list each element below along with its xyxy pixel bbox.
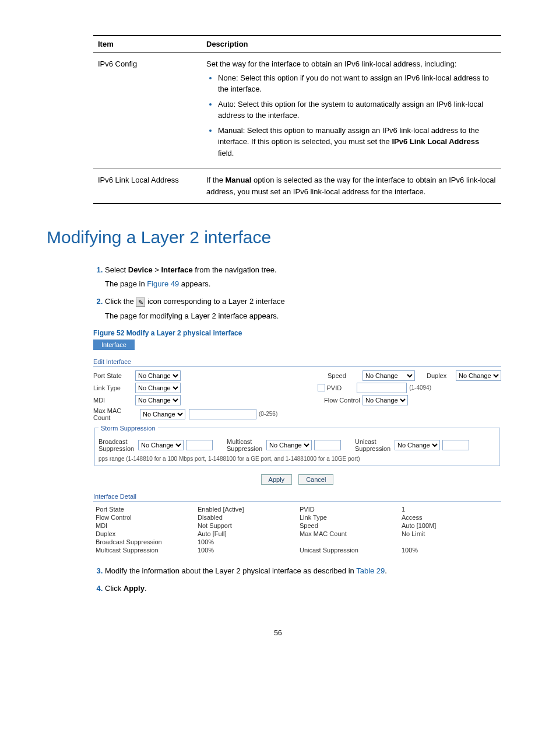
- desc-bullet: None: Select this option if you do not w…: [218, 72, 497, 95]
- cancel-button[interactable]: Cancel: [298, 474, 333, 485]
- broadcast-suppression-input[interactable]: [186, 440, 213, 450]
- edit-interface-title: Edit Interface: [93, 358, 501, 367]
- mdi-select[interactable]: No Change: [135, 395, 181, 405]
- max-mac-input[interactable]: [189, 409, 256, 419]
- figure-caption: Figure 52 Modify a Layer 2 physical inte…: [93, 329, 509, 337]
- duplex-select[interactable]: No Change: [456, 370, 501, 381]
- multicast-suppression-select[interactable]: No Change: [266, 440, 312, 450]
- label-pvid: PVID: [327, 384, 342, 391]
- embedded-ui-screenshot: Interface Edit Interface Port State No C…: [93, 340, 501, 554]
- interface-detail-title: Interface Detail: [93, 493, 501, 502]
- port-state-select[interactable]: No Change: [135, 370, 181, 381]
- link-table-29[interactable]: Table 29: [356, 566, 385, 575]
- step: Click Apply.: [105, 583, 509, 594]
- storm-suppression-group: Storm Suppression Broadcast Suppression …: [94, 425, 500, 466]
- edit-icon: ✎: [136, 298, 145, 307]
- label-max-mac: Max MAC Count: [93, 407, 140, 421]
- desc-bullet: Auto: Select this option for the system …: [218, 99, 497, 121]
- interface-detail-table: Port State Enabled [Active] PVID 1 Flow …: [93, 505, 501, 554]
- step: Select Device > Interface from the navig…: [105, 265, 509, 289]
- max-mac-hint: (0-256): [259, 411, 277, 417]
- config-description-table: Item Description IPv6 Config Set the way…: [93, 35, 501, 204]
- link-type-select[interactable]: No Change: [135, 383, 181, 393]
- table-row: IPv6 Config Set the way for the interfac…: [93, 52, 501, 169]
- label-link-type: Link Type: [93, 384, 135, 391]
- label-duplex: Duplex: [427, 372, 456, 379]
- col-description: Description: [202, 36, 501, 52]
- storm-legend: Storm Suppression: [98, 425, 158, 432]
- label-broadcast-suppression: Broadcast Suppression: [98, 438, 138, 452]
- page-number: 56: [47, 629, 509, 637]
- max-mac-select[interactable]: No Change: [140, 409, 185, 419]
- desc-cell: If the Manual option is selected as the …: [202, 169, 501, 204]
- link-figure-49[interactable]: Figure 49: [147, 279, 179, 288]
- pvid-input[interactable]: [357, 383, 407, 393]
- unicast-suppression-select[interactable]: No Change: [395, 440, 440, 450]
- broadcast-suppression-select[interactable]: No Change: [138, 440, 184, 450]
- pvid-hint: (1-4094): [409, 384, 431, 391]
- desc-cell: Set the way for the interface to obtain …: [202, 52, 501, 169]
- multicast-suppression-input[interactable]: [314, 440, 341, 450]
- label-mdi: MDI: [93, 397, 135, 404]
- speed-select[interactable]: No Change: [363, 370, 415, 381]
- label-unicast-suppression: Unicast Suppression: [355, 438, 395, 452]
- desc-bullets: None: Select this option if you do not w…: [206, 72, 497, 159]
- step: Click the ✎ icon corresponding to a Laye…: [105, 296, 509, 321]
- label-port-state: Port State: [93, 372, 135, 379]
- unicast-suppression-input[interactable]: [442, 440, 469, 450]
- col-item: Item: [93, 36, 202, 52]
- flow-control-select[interactable]: No Change: [363, 395, 408, 405]
- item-cell: IPv6 Link Local Address: [93, 169, 202, 204]
- tab-interface[interactable]: Interface: [93, 340, 135, 350]
- table-row: IPv6 Link Local Address If the Manual op…: [93, 169, 501, 204]
- apply-button[interactable]: Apply: [261, 474, 293, 485]
- item-cell: IPv6 Config: [93, 52, 202, 169]
- pps-range-note: pps range (1-148810 for a 100 Mbps port,…: [98, 456, 496, 462]
- label-speed: Speed: [328, 372, 363, 379]
- desc-bullet: Manual: Select this option to manually a…: [218, 125, 497, 159]
- label-flow-control: Flow Control: [324, 397, 363, 404]
- section-heading: Modifying a Layer 2 interface: [47, 228, 509, 247]
- label-multicast-suppression: Multicast Suppression: [227, 438, 266, 452]
- step: Modify the information about the Layer 2…: [105, 566, 509, 576]
- pvid-checkbox[interactable]: [318, 384, 325, 391]
